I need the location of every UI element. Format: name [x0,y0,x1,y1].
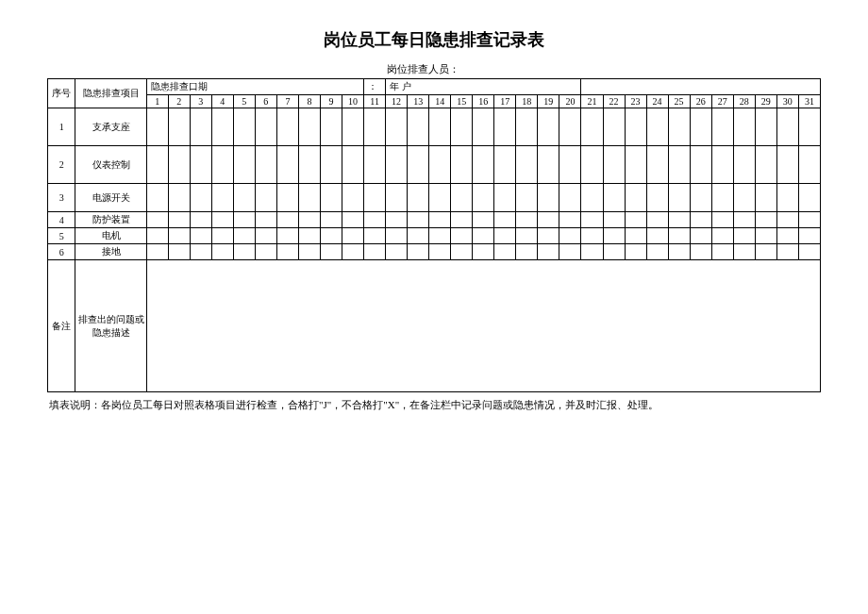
seq-cell: 2 [48,146,75,184]
seq-cell: 6 [48,244,75,260]
table-row: 4 防护装置 [48,212,821,228]
day-2: 2 [168,95,190,108]
day-22: 22 [603,95,625,108]
page-title: 岗位员工每日隐患排查记录表 [47,28,821,51]
day-6: 6 [255,95,276,108]
remark-desc-cell: 排查出的问题或隐患描述 [75,260,146,392]
inspection-table: 序号 隐患排查项目 隐患排查口期 ： 年 户 1 2 3 4 5 6 7 8 9… [47,78,821,392]
seq-cell: 5 [48,228,75,244]
day-header-row: 1 2 3 4 5 6 7 8 9 10 11 12 13 14 15 16 1… [48,95,821,108]
date-label-colon-cell: ： [364,79,386,95]
day-3: 3 [190,95,211,108]
date-label-prefix-cell: 隐患排查口期 [146,79,363,95]
footnote: 填表说明：各岗位员工每日对照表格项目进行检查，合格打"J"，不合格打"X"，在备… [47,398,821,412]
remark-content-cell [146,260,820,392]
table-row: 6 接地 [48,244,821,260]
day-26: 26 [690,95,711,108]
table-row: 2 仪表控制 [48,146,821,184]
seq-cell: 1 [48,108,75,146]
seq-cell: 4 [48,212,75,228]
date-blank-cell [581,79,821,95]
inspector-label: 岗位排查人员： [387,62,459,76]
day-16: 16 [473,95,494,108]
day-13: 13 [408,95,429,108]
table-row: 3 电源开关 [48,184,821,212]
seq-cell: 3 [48,184,75,212]
day-25: 25 [668,95,690,108]
inspector-line: 岗位排查人员： [47,62,821,76]
item-cell: 接地 [75,244,146,260]
day-7: 7 [276,95,298,108]
day-30: 30 [776,95,798,108]
item-cell: 防护装置 [75,212,146,228]
date-label-suffix-cell: 年 户 [386,79,581,95]
item-cell: 电源开关 [75,184,146,212]
day-15: 15 [451,95,473,108]
day-10: 10 [342,95,363,108]
day-28: 28 [733,95,755,108]
remark-row: 备注 排查出的问题或隐患描述 [48,260,821,392]
day-29: 29 [755,95,776,108]
item-cell: 支承支座 [75,108,146,146]
table-row: 1 支承支座 [48,108,821,146]
col-item-header: 隐患排查项目 [75,79,146,108]
item-cell: 电机 [75,228,146,244]
day-1: 1 [146,95,168,108]
day-12: 12 [386,95,408,108]
day-23: 23 [625,95,646,108]
day-11: 11 [364,95,386,108]
day-14: 14 [429,95,451,108]
day-9: 9 [320,95,342,108]
col-seq-header: 序号 [48,79,75,108]
day-27: 27 [711,95,733,108]
day-31: 31 [798,95,820,108]
day-5: 5 [233,95,255,108]
day-24: 24 [646,95,668,108]
day-20: 20 [559,95,581,108]
day-18: 18 [516,95,538,108]
day-8: 8 [298,95,320,108]
day-4: 4 [211,95,233,108]
day-17: 17 [494,95,516,108]
remark-label-cell: 备注 [48,260,75,392]
table-row: 5 电机 [48,228,821,244]
day-21: 21 [581,95,603,108]
item-cell: 仪表控制 [75,146,146,184]
day-19: 19 [538,95,559,108]
